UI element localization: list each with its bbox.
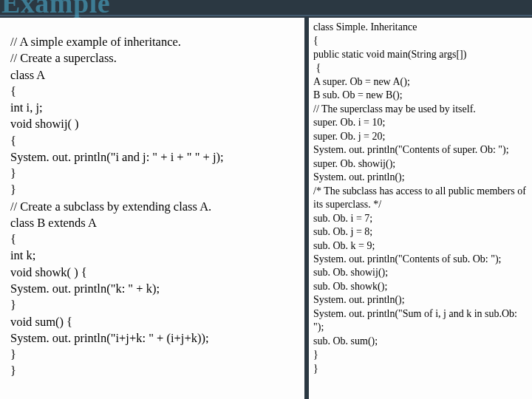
left-code-line: void showk( ) { — [10, 265, 297, 281]
right-code-line: System. out. println(); — [313, 293, 529, 307]
right-code-line: /* The subclass has access to all public… — [313, 185, 529, 198]
left-code-line: // Create a subclass by extending class … — [10, 199, 297, 215]
left-code-line: } — [10, 182, 297, 198]
right-code-line: // The superclass may be used by itself. — [313, 103, 529, 116]
right-code-line: class Simple. Inheritance — [313, 21, 529, 34]
left-code-line: int k; — [10, 248, 297, 264]
right-code-line: System. out. println(); — [313, 171, 529, 184]
slide-title: Example — [1, 0, 110, 19]
right-code-line: sub. Ob. sum(); — [313, 335, 529, 348]
left-code-line: { — [10, 83, 297, 100]
right-code-line: A super. Ob = new A(); — [313, 75, 529, 89]
right-code-line: sub. Ob. k = 9; — [313, 239, 529, 253]
right-code-line: System. out. println("Contents of sub. O… — [313, 253, 529, 266]
left-code-panel: // A simple example of inheritance.// Cr… — [0, 18, 304, 399]
right-code-line: its superclass. */ — [313, 198, 529, 211]
left-code-line: // Create a superclass. — [10, 50, 297, 66]
left-code-line: // A simple example of inheritance. — [10, 34, 297, 50]
left-code-line: class A — [10, 67, 297, 83]
left-code-line: class B extends A — [10, 215, 297, 231]
right-code-line: { — [313, 61, 529, 75]
left-code-line: } — [10, 347, 297, 363]
left-code-line: } — [10, 363, 297, 379]
left-code-line: void showij( ) — [10, 116, 297, 132]
right-code-line: sub. Ob. j = 8; — [313, 225, 529, 239]
left-code-line: { — [10, 133, 297, 149]
right-code-line: System. out. println("Contents of super.… — [313, 143, 529, 157]
right-code-line: super. Ob. showij(); — [313, 157, 529, 171]
right-code-line: } — [313, 348, 529, 361]
right-code-line: } — [313, 362, 529, 375]
left-code-line: { — [10, 231, 297, 248]
right-code-line: super. Ob. j = 20; — [313, 130, 529, 143]
right-code-line: System. out. println("Sum of i, j and k … — [313, 307, 529, 335]
right-code-line: super. Ob. i = 10; — [313, 116, 529, 129]
left-code-line: System. out. println("i+j+k: " + (i+j+k)… — [10, 330, 297, 347]
left-code-line: System. out. println("k: " + k); — [10, 281, 297, 297]
left-code-line: System. out. println("i and j: " + i + "… — [10, 149, 297, 166]
left-code-line: } — [10, 166, 297, 182]
right-code-line: sub. Ob. showij(); — [313, 266, 529, 279]
right-code-line: sub. Ob. showk(); — [313, 280, 529, 293]
left-code-line: } — [10, 297, 297, 313]
right-code-line: sub. Ob. i = 7; — [313, 212, 529, 225]
left-code-line: void sum() { — [10, 314, 297, 330]
right-code-panel: class Simple. Inheritance{public static … — [309, 18, 532, 399]
left-code-line: int i, j; — [10, 100, 297, 116]
right-code-line: public static void main(String args[]) — [313, 48, 529, 61]
right-code-line: B sub. Ob = new B(); — [313, 89, 529, 102]
right-code-line: { — [313, 34, 529, 47]
